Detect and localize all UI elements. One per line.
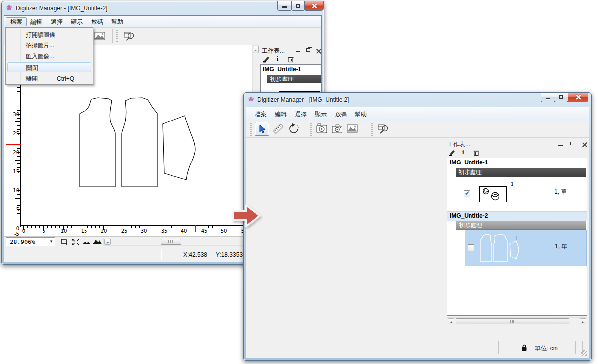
up-arrow-icon: ▲ <box>254 48 257 52</box>
doodle-shapes <box>480 187 506 202</box>
scanner-icon <box>316 123 328 134</box>
sheet-name[interactable]: IMG_Untitle-1 <box>263 66 301 73</box>
panel-title: 工作表... <box>447 140 470 149</box>
digitizer-device-button[interactable] <box>314 122 329 136</box>
menu-grading[interactable]: 放碼 <box>331 110 351 119</box>
trash-icon[interactable] <box>287 56 294 63</box>
row-label: 1, 單 <box>555 188 567 196</box>
sheet-row[interactable]: 1 1, 單 <box>447 177 587 211</box>
menu-file[interactable]: 檔案 <box>6 17 27 26</box>
menu-item-import-image[interactable]: 匯入圖像... <box>7 51 91 62</box>
window-title: Digitizer Manager - [IMG_Untitle-2] <box>257 96 349 103</box>
piece-count: 1 <box>515 235 518 241</box>
close-icon <box>311 3 317 9</box>
menu-edit[interactable]: 編輯 <box>271 110 291 119</box>
panel-title: 工作表... <box>262 47 285 55</box>
menu-item-capture-image[interactable]: 拍攝圖片... <box>7 40 91 51</box>
maximize-button[interactable] <box>555 93 568 102</box>
menu-view[interactable]: 顯示 <box>311 110 331 119</box>
edit-pen-icon[interactable] <box>263 56 271 63</box>
panel-minimize-button[interactable] <box>294 47 302 54</box>
menu-edit[interactable]: 編輯 <box>26 17 46 26</box>
rotate-tool-button[interactable] <box>287 122 301 136</box>
unit-readout: 單位: cm <box>535 344 558 353</box>
piece-count: 1 <box>511 181 513 187</box>
info-icon[interactable]: i <box>462 149 464 156</box>
measure-tool-button[interactable] <box>271 122 286 136</box>
hscroll-thumb[interactable] <box>161 239 181 245</box>
close-button[interactable] <box>304 1 324 11</box>
close-button[interactable] <box>568 93 588 102</box>
h-ruler-tick: 15 <box>79 228 89 234</box>
select-tool-button[interactable] <box>255 122 269 136</box>
status-bar: 單位: cm <box>246 336 589 358</box>
maximize-button[interactable] <box>291 1 305 11</box>
info-icon[interactable]: i <box>277 55 278 63</box>
panel-restore-button[interactable] <box>305 47 313 54</box>
panel-restore-button[interactable] <box>569 140 577 147</box>
zoom-window-button[interactable] <box>376 122 391 136</box>
panel-close-button[interactable] <box>315 47 322 54</box>
panel-minimize-button[interactable] <box>557 140 565 147</box>
visibility-checkbox[interactable] <box>464 190 470 197</box>
panel-close-button[interactable] <box>581 140 589 147</box>
v-ruler-tick: 15 <box>8 169 19 174</box>
sheet-row-selected[interactable]: 1 1, 單 <box>465 230 587 266</box>
camera-capture-button[interactable] <box>330 122 344 136</box>
import-image-button[interactable] <box>345 122 360 136</box>
zoom-out-image-icon[interactable] <box>82 239 91 245</box>
image-icon <box>94 32 105 40</box>
v-ruler-tick: 0 <box>8 226 19 231</box>
scroll-up-button[interactable]: ▲ <box>253 46 259 53</box>
menu-item-open-digitizer[interactable]: 打開讀圖儀 <box>7 29 91 40</box>
dropdown-arrow-icon[interactable]: ▼ <box>49 239 53 243</box>
v-ruler-tick: 20 <box>8 150 19 155</box>
sheet-header-selected[interactable]: IMG_Untitle-2 <box>447 211 587 221</box>
menu-file[interactable]: 檔案 <box>251 110 271 119</box>
row-label: 1, 單 <box>555 243 567 251</box>
stage-bar[interactable]: 初步處理 <box>267 75 321 83</box>
left-arrow-icon: ◄ <box>449 320 453 324</box>
h-ruler-tick: 0 <box>18 228 29 234</box>
file-dropdown-menu: 打開讀圖儀 拍攝圖片... 匯入圖像... 關閉 離開Ctrl+Q <box>5 27 93 85</box>
minimize-button[interactable] <box>541 93 555 102</box>
minimize-button[interactable] <box>277 1 292 11</box>
v-ruler-position-marker <box>6 144 21 145</box>
sheet-name[interactable]: IMG_Untitle-1 <box>450 159 488 166</box>
visibility-checkbox[interactable] <box>468 244 474 251</box>
canvas-hscrollbar[interactable]: ◄ <box>103 238 246 246</box>
h-ruler-tick: 25 <box>119 228 129 234</box>
scroll-left-button[interactable]: ◄ <box>104 239 111 245</box>
scroll-right-button[interactable]: ► <box>580 318 586 324</box>
menu-help[interactable]: 幫助 <box>107 17 127 26</box>
menu-item-close[interactable]: 關閉 <box>7 62 91 72</box>
sheet-name[interactable]: IMG_Untitle-2 <box>450 212 488 219</box>
menu-view[interactable]: 顯示 <box>67 17 86 26</box>
zoom-in-image-icon[interactable] <box>92 238 102 245</box>
magnifier-window-icon <box>124 31 135 41</box>
crop-frame-icon[interactable] <box>60 238 68 246</box>
edit-pen-icon[interactable] <box>448 150 456 156</box>
scroll-left-button[interactable]: ◄ <box>448 318 454 324</box>
h-ruler-tick: 40 <box>178 228 189 234</box>
cursor-y-readout: Y:18.3353 <box>216 251 243 258</box>
minimize-icon <box>282 6 287 8</box>
menu-select[interactable]: 選擇 <box>291 110 311 119</box>
window-resize-grip[interactable] <box>581 350 587 356</box>
zoom-combobox[interactable]: 28.906% ▼ <box>6 237 55 246</box>
menu-select[interactable]: 選擇 <box>47 17 67 26</box>
menu-grading[interactable]: 放碼 <box>87 17 107 26</box>
ruler-icon <box>272 123 284 135</box>
fit-view-icon[interactable] <box>72 238 80 246</box>
zoom-window-button[interactable] <box>122 29 137 43</box>
menu-item-exit[interactable]: 離開Ctrl+Q <box>7 73 91 84</box>
stage-bar[interactable]: 初步處理 <box>456 221 586 230</box>
stage-bar[interactable]: 初步處理 <box>456 168 586 177</box>
import-image-button[interactable] <box>92 29 107 43</box>
panel-hscrollbar[interactable]: ◄ ► <box>447 317 587 325</box>
piece-thumbnail[interactable] <box>479 186 507 202</box>
menu-help[interactable]: 幫助 <box>351 110 371 119</box>
hscroll-thumb[interactable] <box>456 318 569 324</box>
trash-icon[interactable] <box>473 149 480 156</box>
maximize-icon <box>296 4 300 8</box>
